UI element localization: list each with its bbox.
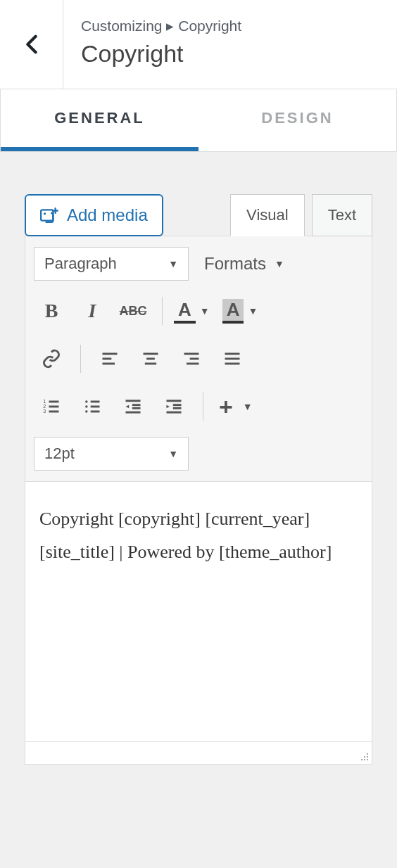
bullet-list-button[interactable] [75,389,110,424]
editor-top-row: Add media Visual Text [25,194,372,236]
editor-content[interactable]: Copyright [copyright] [current_year] [si… [25,482,372,742]
chevron-left-icon [25,34,38,54]
align-justify-button[interactable] [215,341,250,376]
strikethrough-button[interactable]: ABC [115,293,151,328]
breadcrumb-prefix: Customizing [81,18,163,34]
background-color-icon: A [222,299,244,324]
toolbar-row-2: B I ABC A ▼ A ▼ [34,293,363,328]
toolbar-row-3 [34,341,363,376]
toolbar-row-4: 1 2 3 + ▼ [34,389,363,424]
section-tabs: GENERAL DESIGN [0,89,397,152]
italic-button[interactable]: I [75,293,110,328]
align-center-icon [141,349,160,369]
chevron-down-icon: ▼ [275,258,284,269]
formats-label: Formats [204,254,266,274]
svg-point-34 [367,753,368,755]
breadcrumb-current: Copyright [178,18,241,34]
svg-rect-0 [41,210,53,220]
align-justify-icon [222,349,242,369]
back-button[interactable] [0,0,63,89]
fontsize-select[interactable]: 12pt ▼ [34,437,189,471]
toolbar-row-1: Paragraph ▼ Formats ▼ [34,247,363,281]
outdent-button[interactable] [115,389,151,424]
align-left-button[interactable] [92,341,127,376]
background-color-button[interactable]: A ▼ [222,299,258,324]
chevron-down-icon: ▼ [168,258,178,269]
bullet-list-icon [82,397,102,416]
svg-point-37 [361,759,363,760]
indent-icon [164,397,184,416]
tab-design[interactable]: DESIGN [198,89,396,151]
editor-toolbar: Paragraph ▼ Formats ▼ B I ABC A ▼ A ▼ [25,236,372,482]
outdent-icon [123,397,143,416]
divider [80,345,81,373]
editor-mode-tabs: Visual Text [230,194,372,236]
editor-statusbar [25,742,372,765]
svg-point-1 [44,212,46,215]
svg-text:1: 1 [43,399,46,404]
chevron-down-icon: ▼ [243,401,253,412]
paragraph-select[interactable]: Paragraph ▼ [34,247,189,281]
add-media-label: Add media [67,205,148,225]
add-media-button[interactable]: Add media [25,194,163,236]
svg-text:3: 3 [43,409,46,414]
link-button[interactable] [34,341,69,376]
breadcrumb-separator: ▸ [166,18,178,34]
align-right-button[interactable] [174,341,209,376]
svg-point-22 [85,405,88,408]
media-icon [40,207,58,224]
breadcrumb: Customizing ▸ Copyright [81,18,241,34]
insert-button[interactable]: + ▼ [219,393,253,421]
chevron-down-icon: ▼ [248,305,258,317]
resize-handle-icon[interactable] [358,750,369,761]
tab-text[interactable]: Text [312,194,372,236]
chevron-down-icon: ▼ [168,448,178,459]
page-title: Copyright [81,40,241,68]
formats-select[interactable]: Formats ▼ [194,247,294,281]
numbered-list-button[interactable]: 1 2 3 [34,389,69,424]
bold-button[interactable]: B [34,293,69,328]
indent-button[interactable] [156,389,191,424]
align-right-icon [182,349,201,369]
text-color-icon: A [174,299,196,324]
svg-point-38 [364,759,365,760]
align-left-icon [100,349,120,369]
tab-visual[interactable]: Visual [230,194,305,236]
svg-point-24 [85,410,88,413]
fontsize-label: 12pt [44,445,75,463]
divider [162,297,163,325]
svg-point-20 [85,400,88,403]
tab-general[interactable]: GENERAL [1,89,198,151]
text-color-button[interactable]: A ▼ [174,299,210,324]
divider [203,392,203,421]
svg-text:2: 2 [43,404,46,409]
paragraph-label: Paragraph [44,255,117,273]
header-text: Customizing ▸ Copyright Copyright [63,0,256,89]
header: Customizing ▸ Copyright Copyright [0,0,397,89]
svg-point-36 [367,756,368,758]
svg-point-39 [367,759,368,760]
numbered-list-icon: 1 2 3 [42,397,61,416]
content-panel: Add media Visual Text Paragraph ▼ Format… [0,152,397,786]
link-icon [42,349,61,369]
svg-point-35 [364,756,365,758]
chevron-down-icon: ▼ [200,305,210,317]
plus-icon: + [219,393,233,421]
align-center-button[interactable] [133,341,168,376]
